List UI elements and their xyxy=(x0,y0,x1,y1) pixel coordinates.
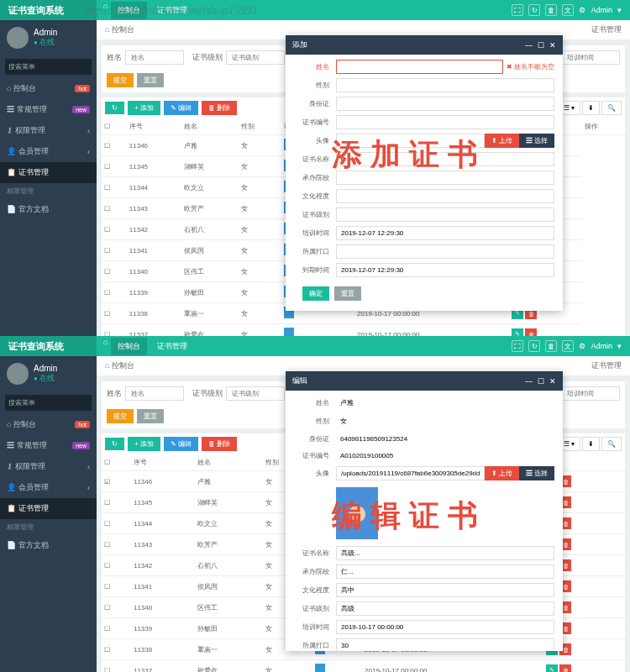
modal-header[interactable]: 添加 —☐✕ xyxy=(286,35,563,55)
table-row[interactable]: ☐11337敬爱在女2019-10-17 00:00:00✎🗑 xyxy=(102,324,625,337)
edit-button[interactable]: ✎ 编辑 xyxy=(164,437,198,451)
fld-certname-input[interactable] xyxy=(336,152,554,166)
upload-button[interactable]: ⬆ 上传 xyxy=(485,134,519,148)
filter-time-input[interactable] xyxy=(561,386,620,401)
fld-certno-input[interactable] xyxy=(336,115,554,129)
th-chk[interactable]: ☐ xyxy=(102,454,131,471)
fld-org-input[interactable] xyxy=(336,171,554,185)
row-del-button[interactable]: 🗑 xyxy=(559,664,571,672)
add-button[interactable]: + 添加 xyxy=(128,437,160,451)
row-chk[interactable]: ☐ xyxy=(102,513,131,534)
row-chk[interactable]: ☐ xyxy=(102,282,127,303)
clear-icon[interactable]: 🗑 xyxy=(545,340,557,352)
fld-traintime-input[interactable] xyxy=(336,620,554,634)
export-button[interactable]: ⬇ xyxy=(582,437,600,451)
filter-level-input[interactable] xyxy=(226,50,285,65)
row-chk[interactable]: ☑ xyxy=(102,471,131,492)
row-chk[interactable]: ☐ xyxy=(102,324,127,337)
filter-reset[interactable]: 重置 xyxy=(137,409,164,423)
row-chk[interactable]: ☐ xyxy=(102,135,127,156)
filter-submit[interactable]: 提交 xyxy=(107,409,134,423)
refresh-button[interactable]: ↻ xyxy=(105,438,124,450)
search-button[interactable]: 🔍 xyxy=(601,101,622,115)
row-chk[interactable]: ☐ xyxy=(102,597,131,618)
filter-reset[interactable]: 重置 xyxy=(137,73,164,87)
fld-expire-input[interactable] xyxy=(336,263,554,277)
nav-item-docs[interactable]: 📄 官方文档 xyxy=(0,199,97,220)
del-button[interactable]: 🗑 删除 xyxy=(202,101,237,115)
chevron-down-icon[interactable]: ▾ xyxy=(617,342,622,350)
nav-item-member[interactable]: 👤 会员管理‹ xyxy=(0,477,97,498)
choose-button[interactable]: ☰ 选择 xyxy=(519,466,554,480)
nav-item-dashboard[interactable]: ⌂ 控制台hot xyxy=(0,78,97,99)
add-button[interactable]: + 添加 xyxy=(128,101,160,115)
avatar[interactable] xyxy=(7,363,29,385)
avatar[interactable] xyxy=(7,27,29,49)
nav-item-auth[interactable]: ⚷ 权限管理‹ xyxy=(0,456,97,477)
fld-idcard-input[interactable] xyxy=(336,97,554,111)
nav-item-docs[interactable]: 📄 官方文档 xyxy=(0,535,97,556)
nav-dashboard[interactable]: 控制台 xyxy=(111,2,147,19)
fld-avatar-input[interactable] xyxy=(336,466,485,480)
nav-item-auth[interactable]: ⚷ 权限管理‹ xyxy=(0,120,97,141)
fld-belong-input[interactable] xyxy=(336,244,554,259)
row-chk[interactable]: ☐ xyxy=(102,156,127,177)
chevron-down-icon[interactable]: ▾ xyxy=(617,6,622,14)
refresh-icon[interactable]: ↻ xyxy=(528,4,540,16)
nav-item-general[interactable]: ☰ 常规管理new xyxy=(0,99,97,120)
fld-edu-input[interactable] xyxy=(336,583,554,597)
maximize-icon[interactable]: ☐ xyxy=(538,41,544,50)
table-row[interactable]: ☐11337敬爱在女2019-10-17 00:00:00✎🗑 xyxy=(102,660,625,673)
row-chk[interactable]: ☐ xyxy=(102,492,131,513)
row-chk[interactable]: ☐ xyxy=(102,639,131,660)
row-chk[interactable]: ☐ xyxy=(102,177,127,198)
topbar-user[interactable]: Admin xyxy=(591,6,612,14)
close-icon[interactable]: ✕ xyxy=(549,377,556,386)
search-button[interactable]: 🔍 xyxy=(601,437,622,451)
fld-level-input[interactable] xyxy=(336,207,554,222)
nav-item-member[interactable]: 👤 会员管理‹ xyxy=(0,141,97,162)
minimize-icon[interactable]: — xyxy=(525,377,533,386)
row-del-button[interactable]: 🗑 xyxy=(525,328,537,336)
lang-icon[interactable]: 文 xyxy=(562,340,574,352)
fld-level-input[interactable] xyxy=(336,601,554,616)
nav-item-dashboard[interactable]: ⌂ 控制台hot xyxy=(0,414,97,435)
refresh-icon[interactable]: ↻ xyxy=(528,340,540,352)
modal-cancel-button[interactable]: 重置 xyxy=(334,286,361,301)
filter-submit[interactable]: 提交 xyxy=(107,73,134,87)
row-edit-button[interactable]: ✎ xyxy=(546,664,558,672)
row-chk[interactable]: ☐ xyxy=(102,303,127,324)
expand-icon[interactable]: ⛶ xyxy=(512,4,523,16)
maximize-icon[interactable]: ☐ xyxy=(538,377,544,386)
fld-gender-input[interactable] xyxy=(336,78,554,92)
export-button[interactable]: ⬇ xyxy=(582,101,600,115)
upload-button[interactable]: ⬆ 上传 xyxy=(485,466,519,480)
row-chk[interactable]: ☐ xyxy=(102,618,131,639)
refresh-button[interactable]: ↻ xyxy=(105,102,124,114)
th-chk[interactable]: ☐ xyxy=(102,118,127,135)
filter-time-input[interactable] xyxy=(561,50,620,65)
modal-ok-button[interactable]: 确定 xyxy=(302,286,329,301)
nav-cert[interactable]: 证书管理 xyxy=(150,2,194,19)
row-chk[interactable]: ☐ xyxy=(102,576,131,597)
row-chk[interactable]: ☐ xyxy=(102,555,131,576)
fld-avatar-input[interactable] xyxy=(336,134,485,148)
fld-certname-input[interactable] xyxy=(336,546,554,560)
topbar-user[interactable]: Admin xyxy=(591,342,612,350)
nav-item-general[interactable]: ☰ 常规管理new xyxy=(0,435,97,456)
sidebar-search[interactable]: 搜索菜单 xyxy=(5,395,92,411)
lang-icon[interactable]: 文 xyxy=(562,4,574,16)
clear-icon[interactable]: 🗑 xyxy=(545,4,557,16)
row-chk[interactable]: ☐ xyxy=(102,198,127,219)
filter-name-input[interactable] xyxy=(125,50,184,65)
fld-traintime-input[interactable] xyxy=(336,226,554,240)
nav-cert[interactable]: 证书管理 xyxy=(150,338,194,355)
modal-header[interactable]: 编辑 —☐✕ xyxy=(286,371,563,391)
row-chk[interactable]: ☐ xyxy=(102,660,131,673)
fld-name-input[interactable] xyxy=(336,60,503,74)
row-chk[interactable]: ☐ xyxy=(102,240,127,261)
row-chk[interactable]: ☐ xyxy=(102,534,131,555)
sidebar-search[interactable]: 搜索菜单 xyxy=(5,59,92,75)
del-button[interactable]: 🗑 删除 xyxy=(202,437,237,451)
row-chk[interactable]: ☐ xyxy=(102,219,127,240)
